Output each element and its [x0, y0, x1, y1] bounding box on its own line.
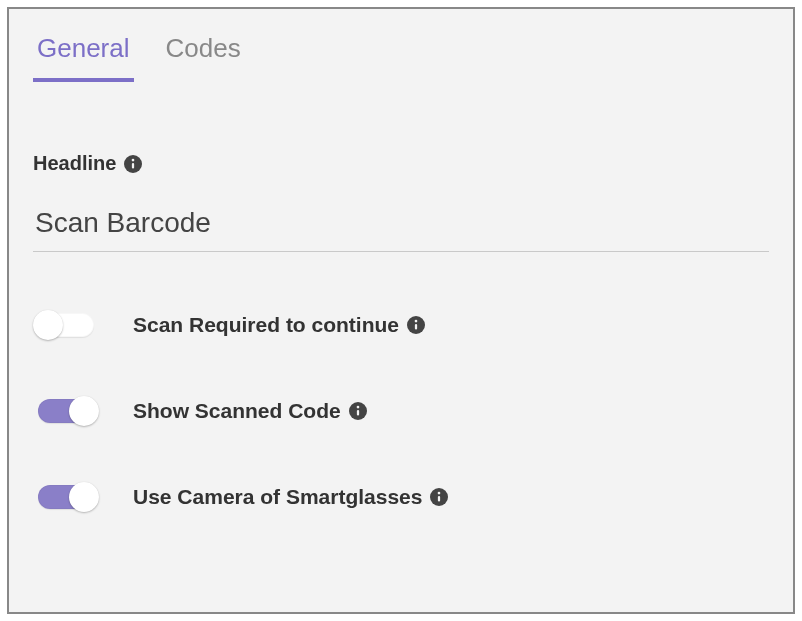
info-icon[interactable] — [407, 316, 425, 334]
toggle-row-show-scanned: Show Scanned Code — [33, 396, 769, 426]
toggle-label-show-scanned: Show Scanned Code — [133, 399, 367, 423]
toggle-label-scan-required: Scan Required to continue — [133, 313, 425, 337]
svg-rect-4 — [415, 324, 417, 330]
tab-general[interactable]: General — [33, 21, 134, 82]
svg-point-8 — [356, 406, 359, 409]
toggle-use-camera[interactable] — [33, 482, 99, 512]
svg-point-5 — [415, 320, 418, 323]
headline-label-row: Headline — [33, 152, 769, 175]
info-icon[interactable] — [124, 155, 142, 173]
label-text: Show Scanned Code — [133, 399, 341, 423]
toggle-label-use-camera: Use Camera of Smartglasses — [133, 485, 448, 509]
svg-rect-7 — [357, 410, 359, 416]
toggle-scan-required[interactable] — [33, 310, 99, 340]
toggle-row-scan-required: Scan Required to continue — [33, 310, 769, 340]
label-text: Scan Required to continue — [133, 313, 399, 337]
headline-label: Headline — [33, 152, 116, 175]
settings-panel: General Codes Headline Scan Required to … — [7, 7, 795, 614]
toggle-show-scanned[interactable] — [33, 396, 99, 426]
headline-input[interactable] — [33, 199, 769, 252]
info-icon[interactable] — [349, 402, 367, 420]
info-icon[interactable] — [430, 488, 448, 506]
label-text: Use Camera of Smartglasses — [133, 485, 422, 509]
svg-rect-1 — [132, 162, 134, 168]
svg-rect-10 — [438, 496, 440, 502]
headline-section: Headline — [33, 152, 769, 252]
svg-point-2 — [132, 158, 135, 161]
toggle-row-use-camera: Use Camera of Smartglasses — [33, 482, 769, 512]
svg-point-11 — [438, 492, 441, 495]
tab-bar: General Codes — [33, 21, 769, 82]
tab-codes[interactable]: Codes — [162, 21, 245, 82]
